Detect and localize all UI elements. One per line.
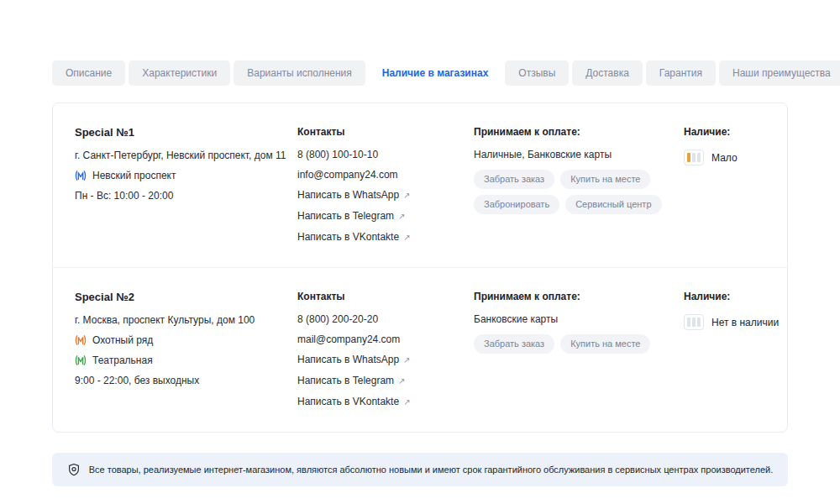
store-info-column: Special №1 г. Санкт-Петербург, Невский п…: [75, 126, 297, 253]
contacts-header: Контакты: [297, 126, 474, 138]
store-title: Special №2: [75, 291, 297, 303]
stock-indicator: [684, 314, 704, 330]
external-link-icon: ↗: [403, 355, 410, 365]
whatsapp-link[interactable]: Написать в WhatsApp↗: [297, 354, 474, 365]
guarantee-banner: Все товары, реализуемые интернет-магазин…: [52, 453, 788, 486]
availability-header: Наличие:: [684, 291, 779, 302]
contacts-column: Контакты 8 (800) 100-10-10 info@company2…: [297, 126, 474, 253]
metro-station-name: Театральная: [92, 355, 153, 365]
payment-header: Принимаем к оплате:: [474, 126, 684, 138]
service-chip: Забрать заказ: [474, 334, 554, 354]
service-chip: Купить на месте: [560, 334, 650, 354]
service-chip: Купить на месте: [560, 170, 650, 189]
payment-methods: Банковские карты: [474, 314, 684, 324]
tab-delivery[interactable]: Доставка: [572, 60, 643, 86]
stock-label: Нет в наличии: [711, 317, 779, 328]
payment-header: Принимаем к оплате:: [474, 291, 684, 302]
telegram-link-label: Написать в Telegram: [297, 375, 394, 386]
store-address: г. Санкт-Петербург, Невский проспект, до…: [75, 150, 297, 160]
telegram-link-label: Написать в Telegram: [297, 210, 394, 222]
metro-icon: [75, 171, 87, 181]
availability-column: Наличие: Нет в наличии: [684, 291, 779, 417]
service-chips: Забрать заказ Купить на месте: [474, 334, 667, 354]
vkontakte-link-label: Написать в VKontakte: [297, 396, 399, 407]
stock-bar: [692, 153, 696, 162]
stock-status: Нет в наличии: [684, 314, 779, 330]
tab-bar: Описание Характеристики Варианты исполне…: [52, 60, 788, 86]
stores-card: Special №1 г. Санкт-Петербург, Невский п…: [52, 102, 788, 433]
availability-header: Наличие:: [684, 126, 765, 138]
payment-methods: Наличные, Банковские карты: [474, 150, 684, 160]
phone-number: 8 (800) 100-10-10: [297, 150, 474, 160]
tab-reviews[interactable]: Отзывы: [505, 60, 569, 86]
payment-column: Принимаем к оплате: Наличные, Банковские…: [474, 126, 684, 253]
payment-column: Принимаем к оплате: Банковские карты Заб…: [474, 291, 684, 417]
store-info-column: Special №2 г. Москва, проспект Культуры,…: [75, 291, 297, 417]
tab-warranty[interactable]: Гарантия: [646, 60, 716, 86]
store-hours: Пн - Вс: 10:00 - 20:00: [75, 191, 297, 201]
metro-icon: [75, 335, 87, 345]
external-link-icon: ↗: [398, 376, 405, 386]
email-address: info@company24.com: [297, 170, 474, 180]
service-chip: Забронировать: [474, 195, 559, 214]
metro-station-name: Охотный ряд: [92, 335, 153, 345]
stock-bar: [697, 153, 701, 162]
vkontakte-link-label: Написать в VKontakte: [297, 231, 399, 243]
metro-station: Охотный ряд: [75, 335, 297, 345]
metro-station: Невский проспект: [75, 171, 297, 181]
stock-bar: [687, 318, 690, 327]
shield-icon: [67, 463, 81, 476]
tab-advantages[interactable]: Наши преимущества: [719, 60, 840, 86]
stock-indicator: [684, 150, 704, 165]
availability-column: Наличие: Мало: [684, 126, 765, 253]
store-address: г. Москва, проспект Культуры, дом 100: [75, 315, 297, 325]
stock-bar: [687, 153, 690, 162]
service-chip: Забрать заказ: [474, 170, 554, 189]
store-row-1: Special №1 г. Санкт-Петербург, Невский п…: [53, 103, 787, 267]
store-row-2: Special №2 г. Москва, проспект Культуры,…: [53, 267, 787, 432]
contacts-column: Контакты 8 (800) 200-20-20 mail@company2…: [297, 291, 474, 417]
metro-station-name: Невский проспект: [92, 171, 176, 181]
tab-store-availability[interactable]: Наличие в магазинах: [369, 60, 502, 86]
contacts-header: Контакты: [297, 291, 474, 302]
service-chips: Забрать заказ Купить на месте Заброниров…: [474, 170, 667, 214]
external-link-icon: ↗: [398, 212, 405, 221]
service-chip: Сервисный центр: [565, 195, 661, 214]
metro-icon: [75, 355, 87, 365]
telegram-link[interactable]: Написать в Telegram↗: [297, 211, 474, 222]
store-hours: 9:00 - 22:00, без выходных: [75, 375, 297, 386]
guarantee-text: Все товары, реализуемые интернет-магазин…: [89, 465, 774, 475]
phone-number: 8 (800) 200-20-20: [297, 314, 474, 324]
external-link-icon: ↗: [403, 397, 410, 407]
page-content: Описание Характеристики Варианты исполне…: [52, 60, 788, 486]
vkontakte-link[interactable]: Написать в VKontakte↗: [297, 232, 474, 243]
whatsapp-link-label: Написать в WhatsApp: [297, 189, 399, 201]
vkontakte-link[interactable]: Написать в VKontakte↗: [297, 396, 474, 407]
tab-variants[interactable]: Варианты исполнения: [234, 60, 365, 86]
metro-station: Театральная: [75, 355, 297, 365]
tab-description[interactable]: Описание: [52, 60, 125, 86]
email-address: mail@company24.com: [297, 334, 474, 344]
whatsapp-link-label: Написать в WhatsApp: [297, 354, 399, 365]
store-title: Special №1: [75, 126, 297, 139]
telegram-link[interactable]: Написать в Telegram↗: [297, 375, 474, 386]
stock-label: Мало: [711, 152, 738, 164]
stock-bar: [692, 318, 696, 327]
stock-status: Мало: [684, 150, 765, 165]
tab-specifications[interactable]: Характеристики: [129, 60, 230, 86]
stock-bar: [697, 318, 701, 327]
external-link-icon: ↗: [403, 191, 410, 200]
whatsapp-link[interactable]: Написать в WhatsApp↗: [297, 190, 474, 201]
external-link-icon: ↗: [403, 233, 410, 242]
